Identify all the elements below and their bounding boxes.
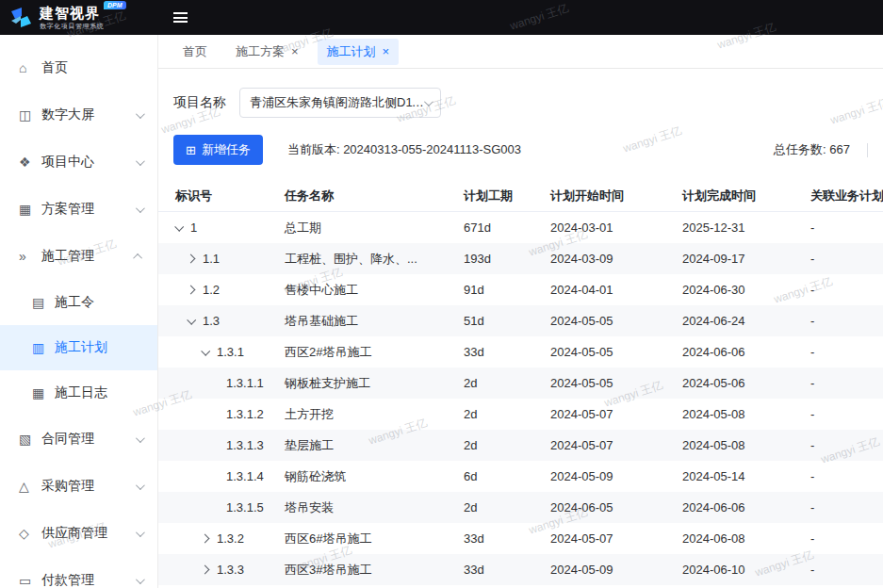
menu-collapse-icon[interactable] bbox=[173, 12, 188, 23]
table-row[interactable]: 1.3.1 西区2#塔吊施工 33d 2024-05-05 2024-06-06… bbox=[158, 336, 883, 368]
tab-construction-schedule[interactable]: 施工计划 × bbox=[318, 39, 400, 65]
log-icon: ▦ bbox=[32, 385, 55, 400]
task-start-date: 2024-05-09 bbox=[539, 554, 671, 585]
sidebar-item-construction-management[interactable]: » 施工管理 bbox=[0, 233, 157, 280]
add-task-label: 新增任务 bbox=[202, 141, 251, 158]
sidebar-item-supplier-management[interactable]: ◇ 供应商管理 bbox=[0, 510, 157, 557]
chevron-icon bbox=[136, 204, 145, 213]
expand-toggle-icon[interactable] bbox=[201, 534, 210, 544]
table-row[interactable]: 1.2 售楼中心施工 91d 2024-04-01 2024-06-30 - bbox=[158, 274, 883, 305]
task-duration: 51d bbox=[452, 305, 539, 336]
tab-label: 首页 bbox=[183, 43, 207, 60]
task-duration: 33d bbox=[452, 554, 539, 585]
task-related-plan: - bbox=[799, 305, 883, 336]
col-task-name: 任务名称 bbox=[273, 180, 452, 212]
table-row[interactable]: 1.3 塔吊基础施工 51d 2024-05-05 2024-06-24 - bbox=[158, 305, 883, 336]
sidebar-subitem-construction-log[interactable]: ▦ 施工日志 bbox=[0, 370, 157, 416]
expand-toggle-icon[interactable] bbox=[174, 222, 184, 232]
project-icon: ❖ bbox=[19, 155, 41, 170]
purchase-icon: △ bbox=[19, 479, 41, 494]
table-row[interactable]: 1.3.1.3 垫层施工 2d 2024-05-07 2024-05-08 - bbox=[158, 430, 883, 461]
task-related-plan: - bbox=[799, 368, 883, 399]
expand-toggle-icon[interactable] bbox=[187, 286, 196, 295]
sidebar-item-label: 采购管理 bbox=[41, 478, 136, 495]
sidebar-item-label: 方案管理 bbox=[41, 201, 136, 218]
sidebar-item-project-center[interactable]: ❖ 项目中心 bbox=[0, 139, 157, 186]
app-subtitle: 数字化项目管理系统 bbox=[40, 23, 126, 29]
table-header-row: 标识号 任务名称 计划工期 计划开始时间 计划完成时间 关联业务计划 bbox=[158, 180, 883, 212]
expand-toggle-icon[interactable] bbox=[201, 347, 210, 356]
col-end-date: 计划完成时间 bbox=[671, 180, 799, 212]
add-icon: ⊞ bbox=[186, 144, 196, 156]
sidebar-subitem-label: 施工计划 bbox=[55, 339, 142, 356]
expand-toggle-icon[interactable] bbox=[187, 316, 196, 325]
project-name-value: 青浦区朱家角镇阁游路北侧D11... bbox=[250, 94, 424, 111]
task-id: 1.3.1.4 bbox=[226, 469, 264, 483]
sidebar-item-purchase-management[interactable]: △ 采购管理 bbox=[0, 463, 157, 510]
table-row[interactable]: 1 总工期 671d 2024-03-01 2025-12-31 - bbox=[158, 212, 883, 244]
current-version-text: 当前版本: 20240313-055-20241113-SG003 bbox=[287, 141, 521, 158]
sidebar-item-home[interactable]: ⌂ 首页 bbox=[0, 44, 157, 91]
chevron-icon bbox=[136, 575, 145, 584]
task-end-date: 2024-05-08 bbox=[671, 399, 799, 430]
add-task-button[interactable]: ⊞ 新增任务 bbox=[173, 135, 263, 165]
task-id: 1.1 bbox=[203, 252, 220, 266]
tab-construction-plan[interactable]: 施工方案 × bbox=[226, 39, 308, 65]
table-row[interactable]: 1.3.1.5 塔吊安装 2d 2024-06-05 2024-06-06 - bbox=[158, 492, 883, 523]
task-related-plan: - bbox=[799, 274, 883, 305]
task-id: 1.3 bbox=[203, 314, 220, 328]
task-duration: 2d bbox=[452, 368, 539, 399]
table-row[interactable]: 1.3.1.2 土方开挖 2d 2024-05-07 2024-05-08 - bbox=[158, 399, 883, 430]
task-name: 西区6#塔吊施工 bbox=[273, 523, 452, 554]
task-id: 1.3.1.3 bbox=[226, 438, 264, 452]
construction-icon: » bbox=[19, 249, 41, 264]
sidebar-subitem-construction-order[interactable]: ▤ 施工令 bbox=[0, 280, 157, 325]
task-name: 售楼中心施工 bbox=[273, 274, 452, 305]
task-name: 总工期 bbox=[273, 212, 452, 244]
task-name: 钢筋砼浇筑 bbox=[273, 461, 452, 492]
col-task-id: 标识号 bbox=[158, 180, 273, 212]
tab-close-icon[interactable]: × bbox=[291, 45, 299, 57]
screen-icon: ◫ bbox=[19, 107, 41, 122]
sidebar-item-label: 项目中心 bbox=[41, 154, 136, 171]
task-name: 西区2#塔吊施工 bbox=[273, 336, 452, 368]
sidebar-item-payment-management[interactable]: ▭ 付款管理 bbox=[0, 557, 157, 588]
app-title: 建智视界 bbox=[40, 6, 100, 20]
table-row[interactable]: 1.3.3 西区3#塔吊施工 33d 2024-05-09 2024-06-10… bbox=[158, 554, 883, 585]
task-end-date: 2024-05-08 bbox=[671, 430, 799, 461]
app-logo[interactable]: 建智视界 DPM 数字化项目管理系统 bbox=[0, 6, 158, 29]
sidebar-item-plan-management[interactable]: ▦ 方案管理 bbox=[0, 186, 157, 233]
expand-toggle-icon[interactable] bbox=[201, 565, 210, 575]
sidebar-item-digital-screen[interactable]: ◫ 数字大屏 bbox=[0, 91, 157, 139]
table-row[interactable]: 1.3.2 西区6#塔吊施工 33d 2024-05-07 2024-06-08… bbox=[158, 523, 883, 554]
task-duration: 33d bbox=[452, 523, 539, 554]
project-name-select[interactable]: 青浦区朱家角镇阁游路北侧D11... bbox=[239, 88, 441, 118]
chevron-icon bbox=[136, 156, 145, 166]
task-end-date: 2024-06-30 bbox=[671, 274, 799, 305]
sidebar-subitem-construction-schedule[interactable]: ▥ 施工计划 bbox=[0, 325, 157, 370]
supplier-icon: ◇ bbox=[19, 526, 41, 541]
task-name: 塔吊基础施工 bbox=[273, 305, 452, 336]
sidebar-menu: ⌂ 首页 ◫ 数字大屏 ❖ 项目中心 ▦ 方案管理 » 施工管理 ▤ 施工令 ▥… bbox=[0, 35, 158, 588]
table-row[interactable]: 1.3.1.1 钢板桩支护施工 2d 2024-05-05 2024-05-06… bbox=[158, 368, 883, 399]
task-id: 1.3.3 bbox=[217, 563, 244, 577]
sidebar-item-contract-management[interactable]: ▧ 合同管理 bbox=[0, 416, 157, 463]
topbar: 建智视界 DPM 数字化项目管理系统 bbox=[0, 0, 883, 35]
table-row[interactable]: 1.3.1.4 钢筋砼浇筑 6d 2024-05-09 2024-05-14 - bbox=[158, 461, 883, 492]
expand-toggle-icon[interactable] bbox=[187, 254, 196, 264]
task-related-plan: - bbox=[799, 461, 883, 492]
tab-close-icon[interactable]: × bbox=[383, 45, 390, 57]
task-duration: 193d bbox=[452, 243, 539, 274]
dpm-badge: DPM bbox=[104, 1, 126, 9]
task-id: 1.3.2 bbox=[217, 531, 244, 546]
tab-home[interactable]: 首页 bbox=[173, 39, 217, 65]
task-name: 塔吊安装 bbox=[273, 492, 452, 523]
task-duration: 6d bbox=[452, 461, 539, 492]
logo-icon bbox=[9, 7, 33, 28]
task-id: 1.3.1 bbox=[217, 345, 244, 359]
task-end-date: 2024-05-14 bbox=[671, 461, 799, 492]
sidebar-subitem-label: 施工令 bbox=[55, 294, 142, 311]
table-row[interactable]: 1.1 工程桩、围护、降水、... 193d 2024-03-09 2024-0… bbox=[158, 243, 883, 274]
task-id: 1.2 bbox=[203, 283, 220, 297]
col-start-date: 计划开始时间 bbox=[539, 180, 671, 212]
